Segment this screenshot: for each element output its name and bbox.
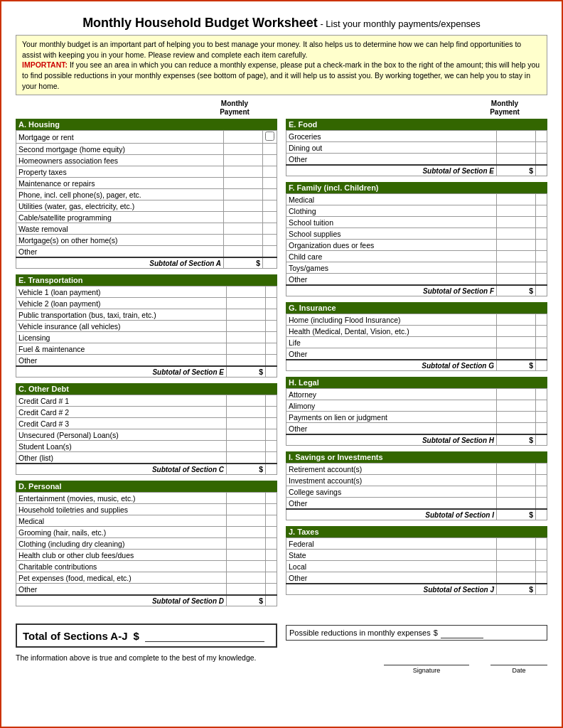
section-j: J. Taxes Federal State Local Other Subto…: [286, 526, 547, 595]
subtotal-i: Subtotal of Section I $: [286, 509, 547, 520]
table-row: Waste removal: [16, 223, 277, 235]
table-row: Unsecured (Personal) Loan(s): [16, 429, 277, 441]
possible-label: Possible reductions in monthly expenses: [289, 628, 431, 637]
signature-field: Signature: [384, 665, 469, 674]
table-row: Mortgage(s) on other home(s): [16, 235, 277, 246]
table-row: Other: [16, 584, 277, 595]
section-g: G. Insurance Home (including Flood Insur…: [286, 302, 547, 371]
table-row: Local: [286, 561, 547, 572]
section-j-header: J. Taxes: [286, 526, 547, 537]
table-row: State: [286, 550, 547, 561]
section-g-header: G. Insurance: [286, 302, 547, 314]
table-row: Credit Card # 1: [16, 395, 277, 407]
total-section: Total of Sections A-J $: [16, 623, 277, 648]
subtotal-j: Subtotal of Section J $: [286, 584, 547, 595]
section-c: C. Other Debt Credit Card # 1 Credit Car…: [16, 383, 277, 475]
section-etransport-header: E. Transportation: [16, 274, 277, 286]
section-f-header: F. Family (incl. Children): [286, 182, 547, 193]
table-row: School supplies: [286, 228, 547, 240]
table-row: Entertainment (movies, music, etc.): [16, 493, 277, 504]
table-row: Other: [286, 423, 547, 434]
table-row: Vehicle insurance (all vehicles): [16, 321, 277, 332]
total-label: Total of Sections A-J: [23, 630, 128, 642]
table-row: Federal: [286, 538, 547, 550]
subtotal-h: Subtotal of Section H $: [286, 434, 547, 446]
section-i: I. Savings or Investments Retirement acc…: [286, 451, 547, 520]
signature-section: The information above is true and comple…: [16, 653, 547, 674]
subtotal-c: Subtotal of Section C $: [16, 464, 277, 475]
possible-value[interactable]: [441, 627, 483, 638]
table-row: Clothing: [286, 205, 547, 217]
table-row: Vehicle 2 (loan payment): [16, 298, 277, 309]
table-row: Toys/games: [286, 262, 547, 274]
sig-area: Signature Date: [16, 665, 547, 674]
table-row: Other: [286, 572, 547, 584]
table-row: College savings: [286, 486, 547, 498]
table-row: Grooming (hair, nails, etc.): [16, 527, 277, 538]
table-row: Pet expenses (food, medical, etc.): [16, 572, 277, 584]
table-row: Medical: [286, 194, 547, 205]
possible-reductions: Possible reductions in monthly expenses …: [286, 625, 547, 641]
section-i-header: I. Savings or Investments: [286, 451, 547, 463]
right-col-header: MonthlyPayment: [286, 100, 547, 117]
section-etransport: E. Transportation Vehicle 1 (loan paymen…: [16, 274, 277, 378]
total-input[interactable]: [145, 631, 264, 641]
table-row: Attorney: [286, 389, 547, 400]
table-row: Other: [16, 246, 277, 257]
date-field: Date: [490, 665, 547, 674]
table-row: Health (Medical, Dental, Vision, etc.): [286, 326, 547, 337]
table-row: Medical: [16, 515, 277, 527]
table-row: Credit Card # 2: [16, 407, 277, 418]
table-row: Retirement account(s): [286, 464, 547, 475]
table-row: Mortgage or rent: [16, 131, 277, 144]
table-row: Cable/satellite programming: [16, 212, 277, 223]
table-row: Groceries: [286, 131, 547, 142]
subtotal-g: Subtotal of Section G $: [286, 360, 547, 371]
table-row: Dining out: [286, 142, 547, 154]
table-row: Household toiletries and supplies: [16, 504, 277, 515]
table-row: Other: [286, 274, 547, 285]
subtotal-d: Subtotal of Section D $: [16, 595, 277, 606]
subtotal-etransport: Subtotal of Section E $: [16, 366, 277, 378]
bottom-row: Total of Sections A-J $ Possible reducti…: [16, 618, 547, 648]
table-row: Maintenance or repairs: [16, 178, 277, 189]
date-line: [490, 665, 547, 665]
table-row: Licensing: [16, 332, 277, 343]
table-row: Home (including Flood Insurance): [286, 314, 547, 326]
input-a-1[interactable]: [226, 134, 260, 141]
table-row: Alimony: [286, 400, 547, 412]
table-row: Property taxes: [16, 166, 277, 178]
table-row: Other: [286, 348, 547, 360]
table-row: Health club or other club fees/dues: [16, 550, 277, 561]
section-h-header: H. Legal: [286, 377, 547, 388]
table-row: Homeowners association fees: [16, 155, 277, 166]
left-col-header: MonthlyPayment: [16, 100, 277, 117]
table-row: Investment account(s): [286, 475, 547, 486]
table-row: Phone, incl. cell phone(s), pager, etc.: [16, 189, 277, 200]
signature-line: [384, 665, 469, 665]
page-title: Monthly Household Budget Worksheet - Lis…: [16, 16, 547, 31]
subtotal-f: Subtotal of Section F $: [286, 285, 547, 296]
table-row: Organization dues or fees: [286, 240, 547, 251]
section-h: H. Legal Attorney Alimony Payments on li…: [286, 377, 547, 446]
intro-box: Your monthly budget is an important part…: [16, 35, 547, 95]
section-d: D. Personal Entertainment (movies, music…: [16, 481, 277, 606]
table-row: Utilities (water, gas, electricity, etc.…: [16, 200, 277, 212]
table-row: Vehicle 1 (loan payment): [16, 287, 277, 298]
section-d-header: D. Personal: [16, 481, 277, 492]
table-row: Fuel & maintenance: [16, 343, 277, 355]
table-row: Student Loan(s): [16, 441, 277, 452]
check-a-1[interactable]: [265, 132, 274, 141]
section-a: A. Housing Mortgage or rent Second mortg…: [16, 119, 277, 269]
table-row: Second mortgage (home equity): [16, 144, 277, 155]
total-value-input[interactable]: [145, 629, 264, 642]
section-a-header: A. Housing: [16, 119, 277, 130]
table-row: Clothing (including dry cleaning): [16, 538, 277, 550]
section-f: F. Family (incl. Children) Medical Cloth…: [286, 182, 547, 296]
table-row: Credit Card # 3: [16, 418, 277, 429]
subtotal-a: Subtotal of Section A $: [16, 257, 277, 269]
signature-text: The information above is true and comple…: [16, 653, 257, 662]
table-row: Child care: [286, 251, 547, 262]
section-c-header: C. Other Debt: [16, 383, 277, 395]
section-efood-header: E. Food: [286, 119, 547, 130]
